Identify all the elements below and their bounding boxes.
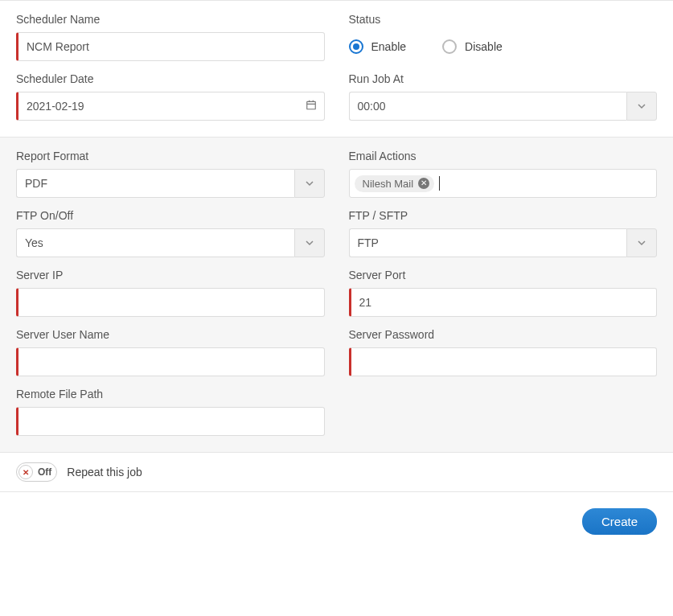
server-port-input[interactable] <box>349 288 658 317</box>
repeat-label: Repeat this job <box>67 466 142 478</box>
runjob-select[interactable]: 00:00 <box>349 92 658 121</box>
repeat-job-row: ✕ Off Repeat this job <box>0 453 673 492</box>
close-icon: ✕ <box>18 465 33 479</box>
email-actions-input[interactable]: Nilesh Mail ✕ <box>349 169 658 198</box>
email-tag-label: Nilesh Mail <box>363 178 414 190</box>
tag-remove-icon[interactable]: ✕ <box>418 178 429 189</box>
server-ip-label: Server IP <box>16 269 325 281</box>
ftp-onoff-value: Yes <box>16 228 294 257</box>
ftp-protocol-value: FTP <box>349 228 627 257</box>
chevron-down-icon <box>294 228 325 257</box>
scheduler-name-input[interactable] <box>16 32 325 61</box>
scheduler-name-label: Scheduler Name <box>16 13 325 26</box>
email-actions-label: Email Actions <box>349 150 658 162</box>
server-user-input[interactable] <box>16 347 325 376</box>
runjob-value: 00:00 <box>349 92 627 121</box>
repeat-toggle-text: Off <box>38 466 51 478</box>
status-enable-label: Enable <box>371 40 407 53</box>
chevron-down-icon <box>626 228 657 257</box>
chevron-down-icon <box>626 92 657 121</box>
report-format-value: PDF <box>16 169 294 198</box>
server-password-input[interactable] <box>349 347 658 376</box>
server-port-label: Server Port <box>349 269 658 281</box>
report-format-label: Report Format <box>16 150 325 162</box>
ftp-protocol-select[interactable]: FTP <box>349 228 658 257</box>
runjob-label: Run Job At <box>349 72 658 85</box>
status-enable-radio[interactable]: Enable <box>349 39 407 54</box>
remote-path-label: Remote File Path <box>16 388 325 400</box>
footer: Create <box>0 492 673 551</box>
text-cursor <box>439 176 440 191</box>
ftp-onoff-label: FTP On/Off <box>16 209 325 222</box>
radio-checked-icon <box>349 39 363 54</box>
email-tag: Nilesh Mail ✕ <box>355 175 435 192</box>
scheduler-section: Scheduler Name Status Enable Disable Sch… <box>0 0 673 138</box>
status-disable-radio[interactable]: Disable <box>442 39 503 54</box>
report-format-select[interactable]: PDF <box>16 169 325 198</box>
server-user-label: Server User Name <box>16 328 325 341</box>
create-button[interactable]: Create <box>582 508 657 535</box>
status-label: Status <box>349 13 658 26</box>
status-disable-label: Disable <box>465 40 503 53</box>
remote-path-input[interactable] <box>16 407 325 436</box>
repeat-toggle[interactable]: ✕ Off <box>16 462 57 482</box>
scheduler-date-input[interactable] <box>16 92 325 121</box>
ftp-onoff-select[interactable]: Yes <box>16 228 325 257</box>
server-password-label: Server Password <box>349 328 658 341</box>
ftp-protocol-label: FTP / SFTP <box>349 209 658 222</box>
scheduler-date-label: Scheduler Date <box>16 72 325 85</box>
report-ftp-section: Report Format PDF Email Actions Nilesh M… <box>0 138 673 453</box>
server-ip-input[interactable] <box>16 288 325 317</box>
chevron-down-icon <box>294 169 325 198</box>
radio-unchecked-icon <box>442 39 457 54</box>
